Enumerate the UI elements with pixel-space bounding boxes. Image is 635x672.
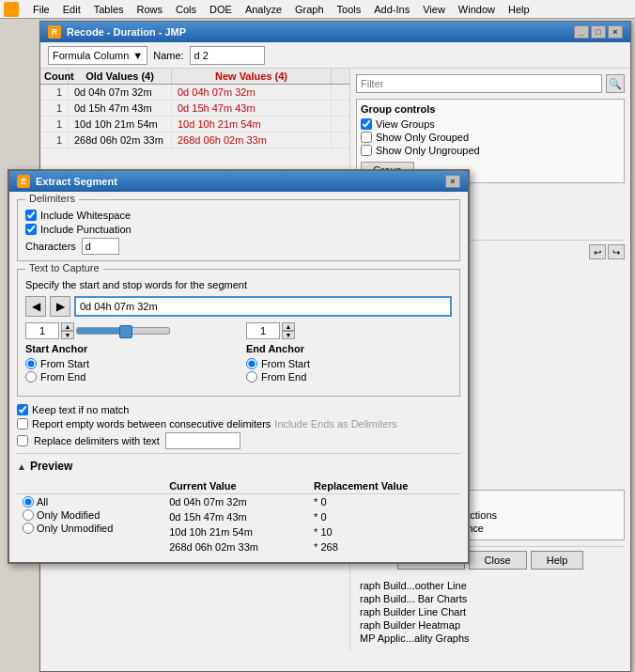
extract-close-button[interactable]: × — [445, 175, 460, 188]
menu-item-file[interactable]: File — [30, 4, 53, 15]
undo-button[interactable]: ↩ — [589, 244, 606, 259]
chevron-down-icon: ▼ — [132, 50, 143, 61]
end-from-start-label: From Start — [261, 358, 310, 369]
recode-title: Recode - Duration - JMP — [67, 26, 186, 38]
old-value-cell: 268d 06h 02m 33m — [69, 133, 172, 148]
preview-all-label: All — [37, 496, 48, 508]
table-row[interactable]: 1 268d 06h 02m 33m 268d 06h 02m 33m — [40, 133, 349, 148]
replace-text-input[interactable] — [165, 432, 240, 449]
report-empty-checkbox[interactable] — [17, 418, 28, 430]
capture-legend: Text to Capture — [25, 262, 103, 273]
preview-triangle-icon: ▲ — [17, 461, 26, 472]
recode-title-icon: R — [48, 25, 61, 39]
filter-input[interactable] — [356, 74, 602, 93]
anchor-row: ▲ ▼ Start Anchor From Start — [25, 322, 452, 384]
include-punctuation-checkbox[interactable] — [25, 224, 37, 235]
close-window-button[interactable]: × — [608, 25, 623, 39]
start-slider-fill — [77, 328, 123, 334]
table-row[interactable]: 1 10d 10h 21m 54m 10d 10h 21m 54m — [40, 117, 349, 133]
menu-item-tools[interactable]: Tools — [334, 4, 364, 15]
changes-buttons: ↩ ↪ — [589, 244, 625, 259]
menu-item-analyze[interactable]: Analyze — [242, 4, 285, 15]
end-spin-down[interactable]: ▼ — [282, 331, 295, 339]
formula-bar: Formula Column ▼ Name: — [40, 42, 630, 69]
menu-item-tables[interactable]: Tables — [91, 4, 127, 15]
view-groups-checkbox[interactable] — [361, 118, 372, 130]
menu-item-graph[interactable]: Graph — [292, 4, 327, 15]
table-row[interactable]: 1 0d 04h 07m 32m 0d 04h 07m 32m — [40, 85, 349, 101]
close-button[interactable]: Close — [469, 551, 527, 570]
preview-radio-all[interactable] — [23, 496, 34, 508]
start-spin-up[interactable]: ▲ — [61, 322, 74, 331]
maximize-button[interactable]: □ — [591, 25, 606, 39]
keep-if-no-match-checkbox[interactable] — [17, 404, 28, 415]
capture-description: Specify the start and stop words for the… — [25, 279, 452, 290]
menu-item-help[interactable]: Help — [505, 4, 533, 15]
list-item[interactable]: raph Build... Bar Charts — [356, 592, 625, 605]
preview-replacement-cell: * 0 — [308, 494, 460, 510]
table-row[interactable]: 1 0d 15h 47m 43m 0d 15h 47m 43m — [40, 101, 349, 117]
end-spinbox-row: ▲ ▼ — [246, 322, 452, 339]
redo-button[interactable]: ↪ — [608, 244, 625, 259]
show-only-grouped-checkbox[interactable] — [361, 132, 372, 143]
extract-segment-dialog: E Extract Segment × Delimiters Include W… — [8, 169, 470, 564]
minimize-button[interactable]: _ — [574, 25, 589, 39]
start-spin-down[interactable]: ▼ — [61, 331, 74, 339]
list-item[interactable]: raph Build...oother Line — [356, 579, 625, 592]
count-header: Count — [40, 69, 69, 84]
menu-item-add-ins[interactable]: Add-Ins — [371, 4, 412, 15]
list-item[interactable]: raph Builder Heatmap — [356, 618, 625, 632]
segment-input-row: ◀ ▶ — [25, 296, 452, 317]
replace-delimiters-checkbox[interactable] — [17, 435, 28, 446]
menu-item-cols[interactable]: Cols — [173, 4, 199, 15]
preview-section: ▲ Preview Current Value Replacement Valu… — [17, 453, 460, 555]
include-whitespace-row: Include Whitespace — [25, 210, 452, 221]
search-button[interactable]: 🔍 — [606, 74, 625, 93]
start-from-start-radio[interactable] — [25, 358, 37, 369]
end-from-end-radio[interactable] — [246, 371, 257, 383]
start-spin-buttons: ▲ ▼ — [61, 322, 74, 339]
keep-if-no-match-row: Keep text if no match — [17, 404, 460, 415]
name-input[interactable] — [190, 46, 265, 65]
count-cell: 1 — [40, 133, 69, 148]
preview-radio-unmodified[interactable] — [23, 523, 34, 534]
end-spin-up[interactable]: ▲ — [282, 322, 295, 331]
end-anchor-spinbox[interactable] — [246, 322, 280, 339]
start-anchor-spinbox[interactable] — [25, 322, 59, 339]
start-from-end-label: From End — [40, 371, 85, 383]
prev-segment-button[interactable]: ◀ — [25, 296, 46, 317]
characters-input[interactable] — [82, 238, 119, 255]
characters-label: Characters — [25, 241, 76, 252]
show-only-ungrouped-checkbox[interactable] — [361, 145, 372, 156]
old-values-header: Old Values (4) — [69, 69, 172, 84]
sidebar-list: raph Build...oother Lineraph Build... Ba… — [356, 579, 625, 645]
menu-item-doe[interactable]: DOE — [207, 4, 235, 15]
menu-item-rows[interactable]: Rows — [134, 4, 166, 15]
preview-title: ▲ Preview — [17, 460, 460, 473]
end-from-start-radio[interactable] — [246, 358, 257, 369]
extract-dialog-title: Extract Segment — [36, 176, 117, 187]
start-spinbox-row: ▲ ▼ — [25, 322, 231, 339]
show-only-grouped-label: Show Only Grouped — [376, 132, 469, 143]
end-from-end-row: From End — [246, 371, 452, 383]
include-whitespace-checkbox[interactable] — [25, 210, 37, 221]
new-value-cell: 268d 06h 02m 33m — [172, 133, 332, 148]
list-item[interactable]: MP Applic...ality Graphs — [356, 632, 625, 645]
next-segment-button[interactable]: ▶ — [50, 296, 70, 317]
preview-radio-modified[interactable] — [23, 509, 34, 521]
start-slider-thumb[interactable] — [119, 325, 132, 338]
list-item[interactable]: raph Builder Line Chart — [356, 605, 625, 618]
formula-column-dropdown[interactable]: Formula Column ▼ — [48, 46, 147, 65]
segment-text-input[interactable] — [74, 296, 452, 317]
start-from-end-radio[interactable] — [25, 371, 37, 383]
replace-delimiters-label: Replace delimiters with text — [34, 435, 160, 446]
preview-current-cell: 0d 04h 07m 32m — [163, 494, 308, 510]
count-cell: 1 — [40, 101, 69, 116]
end-from-end-label: From End — [261, 371, 306, 383]
menu-item-edit[interactable]: Edit — [60, 4, 84, 15]
help-button[interactable]: Help — [531, 551, 584, 570]
menu-item-window[interactable]: Window — [456, 4, 498, 15]
start-slider[interactable] — [76, 327, 170, 335]
preview-unmodified-row: Only Unmodified — [23, 523, 158, 534]
menu-item-view[interactable]: View — [420, 4, 448, 15]
